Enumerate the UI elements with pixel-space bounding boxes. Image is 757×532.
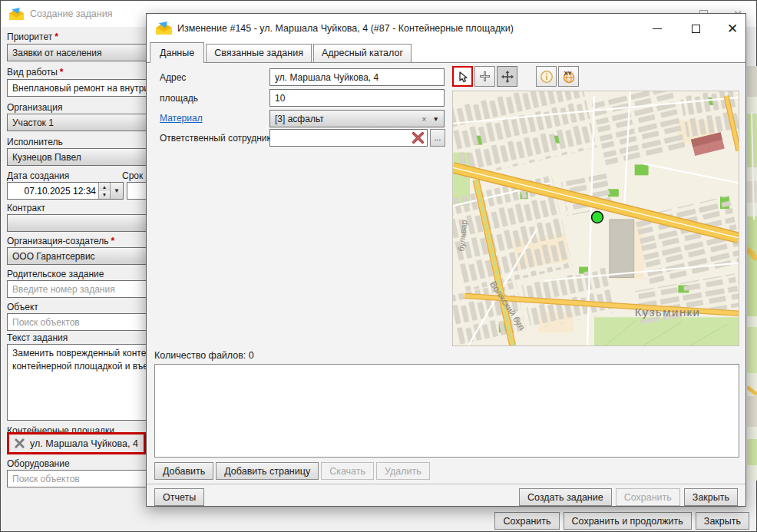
- create-task-button[interactable]: Создать задание: [519, 488, 612, 506]
- dialog-minimize-button[interactable]: [646, 20, 669, 37]
- container-site-text: ул. Маршала Чуйкова, 4: [30, 438, 138, 449]
- envelope-icon: [155, 21, 173, 35]
- minimize-icon: [653, 28, 662, 29]
- responsible-label: Ответственный сотрудник: [160, 133, 271, 144]
- area-label: площадь: [160, 93, 198, 104]
- dialog-footer: Отчеты Создать задание Сохранить Закрыть: [154, 488, 738, 506]
- dialog-titlebar[interactable]: Изменение #145 - ул. Маршала Чуйкова, 4 …: [147, 14, 745, 43]
- svg-text:XY: XY: [564, 70, 571, 77]
- tab-address-catalog[interactable]: Адресный каталог: [313, 44, 412, 62]
- add-page-button[interactable]: Добавить страницу: [216, 462, 319, 480]
- date-spinner[interactable]: ▲ ▼: [98, 183, 110, 199]
- tabstrip: Данные Связанные задания Адресный катало…: [147, 43, 745, 63]
- responsible-input[interactable]: [269, 129, 428, 147]
- plus-icon: [478, 70, 491, 83]
- executor-label: Исполнитель: [7, 137, 63, 147]
- priority-label: Приоритет*: [7, 31, 58, 42]
- info-tool-button[interactable]: [536, 66, 557, 87]
- move-arrows-icon: [501, 70, 514, 84]
- address-label: Адрес: [160, 72, 186, 83]
- required-asterisk: *: [55, 31, 58, 42]
- map-district-label: Кузьминки: [635, 306, 701, 319]
- parent-task-label: Родительское задание: [7, 269, 104, 279]
- xy-coordinates-tool-button[interactable]: XY: [558, 66, 579, 87]
- background-map-sliver: [747, 66, 757, 481]
- contract-label: Контракт: [7, 203, 45, 213]
- bg-close-footer-button[interactable]: Закрыть: [696, 512, 749, 530]
- map-marker[interactable]: [592, 212, 603, 223]
- creator-org-label: Организация-создатель*: [7, 236, 114, 246]
- large-building: [610, 220, 634, 278]
- dialog-maximize-button[interactable]: [684, 20, 707, 37]
- delete-file-button[interactable]: Удалить: [376, 462, 430, 480]
- object-label: Объект: [7, 302, 38, 312]
- dialog-title: Изменение #145 - ул. Маршала Чуйкова, 4 …: [177, 23, 514, 34]
- organization-label: Организация: [7, 102, 62, 113]
- xy-globe-icon: XY: [562, 70, 576, 84]
- material-combobox[interactable]: [3] асфальт × ▼: [269, 110, 445, 127]
- add-point-tool-button[interactable]: [474, 66, 495, 87]
- task-text-label: Текст задания: [7, 332, 68, 343]
- envelope-icon: [8, 8, 25, 21]
- required-asterisk: *: [111, 236, 115, 246]
- material-link[interactable]: Материал: [160, 113, 203, 124]
- dialog-close-footer-button[interactable]: Закрыть: [684, 488, 738, 506]
- map[interactable]: Кузьминки Волжский бул бульвар: [452, 91, 739, 346]
- tab-linked-tasks[interactable]: Связанные задания: [206, 44, 312, 62]
- pan-tool-button[interactable]: [497, 66, 517, 87]
- date-dropdown-button[interactable]: ▼: [110, 183, 123, 199]
- cursor-icon: [457, 71, 469, 83]
- spinner-up-icon[interactable]: ▲: [99, 183, 110, 191]
- remove-cross-icon[interactable]: [14, 438, 25, 449]
- save-button[interactable]: Сохранить: [494, 512, 559, 530]
- creation-date-picker[interactable]: 07.10.2025 12:34 ▲ ▼ ▼: [7, 182, 124, 200]
- term-label: Срок: [122, 170, 143, 181]
- area-input[interactable]: 10: [269, 89, 445, 107]
- maximize-icon: [692, 25, 700, 33]
- info-icon: [540, 70, 554, 84]
- add-file-button[interactable]: Добавить: [154, 462, 213, 480]
- bg-window-title: Создание задания: [30, 8, 112, 19]
- files-list[interactable]: [154, 364, 739, 458]
- combo-clear-icon[interactable]: ×: [421, 114, 426, 124]
- address-input[interactable]: ул. Маршала Чуйкова, 4: [269, 68, 445, 86]
- bg-footer: Сохранить Сохранить и продолжить Закрыть: [1, 512, 749, 530]
- save-and-continue-button[interactable]: Сохранить и продолжить: [564, 512, 692, 530]
- required-asterisk: *: [60, 67, 64, 78]
- clear-responsible-icon[interactable]: [411, 131, 425, 145]
- creation-date-value: 07.10.2025 12:34: [8, 186, 98, 197]
- files-buttons: Добавить Добавить страницу Скачать Удали…: [154, 462, 430, 480]
- footer-divider: [147, 484, 745, 484]
- close-icon: ✕: [727, 22, 738, 35]
- creation-date-label: Дата создания: [7, 170, 69, 181]
- container-site-item[interactable]: ул. Маршала Чуйкова, 4: [7, 432, 146, 454]
- reports-button[interactable]: Отчеты: [154, 488, 204, 506]
- work-type-label: Вид работы*: [7, 67, 63, 78]
- files-count-label: Количество файлов: 0: [154, 350, 254, 361]
- select-tool-button[interactable]: [452, 66, 473, 87]
- download-file-button[interactable]: Скачать: [321, 462, 374, 480]
- combo-arrow-icon[interactable]: ▼: [433, 115, 439, 123]
- dialog-close-button[interactable]: ✕: [721, 20, 744, 37]
- screen: Создание задания ✕ Приоритет* Заявки от …: [0, 0, 757, 532]
- tab-data[interactable]: Данные: [150, 42, 204, 63]
- dialog-edit-145: Изменение #145 - ул. Маршала Чуйкова, 4 …: [146, 13, 746, 507]
- responsible-browse-button[interactable]: ...: [430, 129, 445, 147]
- spinner-down-icon[interactable]: ▼: [99, 191, 110, 200]
- dialog-save-button[interactable]: Сохранить: [616, 488, 680, 506]
- equipment-label: Оборудование: [7, 458, 70, 469]
